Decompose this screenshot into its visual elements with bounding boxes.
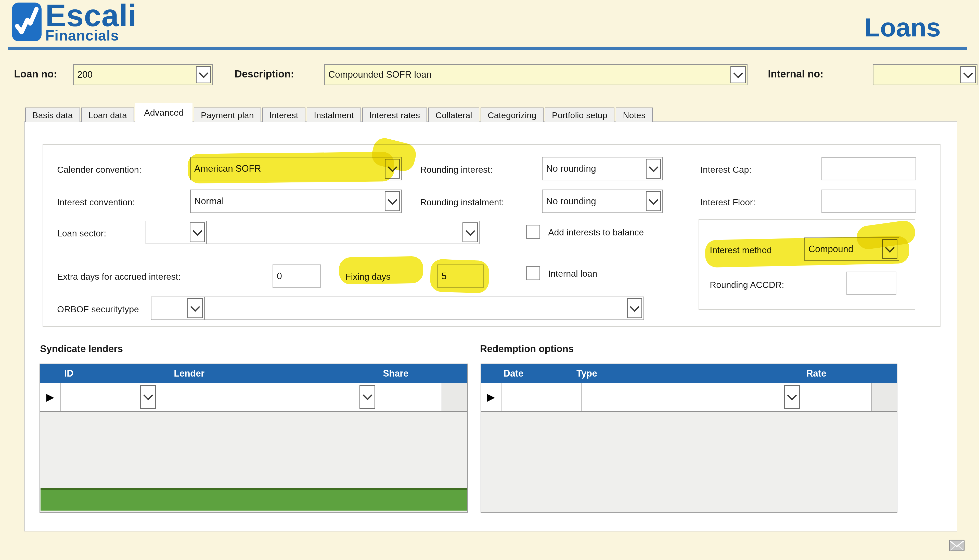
syndicate-lenders-grid: ID Lender Share ▶ [40, 363, 468, 513]
orbof-code-dropdown-button[interactable] [187, 298, 203, 318]
chevron-down-icon [787, 390, 797, 400]
row-selector-cell[interactable]: ▶ [481, 383, 501, 411]
interest-method-combobox[interactable]: Compound [804, 237, 899, 261]
loan-sector-code-dropdown-button[interactable] [190, 222, 205, 242]
grid-row[interactable]: ▶ [481, 383, 897, 412]
tab-basis-data[interactable]: Basis data [25, 108, 80, 122]
description-label: Description: [235, 68, 294, 80]
orbof-name-combobox[interactable] [204, 297, 644, 320]
row-selector-cell[interactable]: ▶ [40, 383, 61, 411]
calender-convention-combobox[interactable]: American SOFR [190, 157, 402, 180]
rounding-accdr-input[interactable] [847, 272, 896, 295]
mail-button[interactable] [949, 540, 965, 551]
add-interests-to-balance-label: Add interests to balance [548, 227, 644, 237]
tab-categorizing[interactable]: Categorizing [481, 108, 543, 122]
orbof-code-combobox[interactable] [151, 297, 204, 320]
tab-loan-data[interactable]: Loan data [81, 108, 134, 122]
envelope-icon [949, 540, 965, 551]
cell-rate[interactable] [800, 383, 871, 411]
cell-id[interactable] [60, 383, 140, 411]
tab-interest[interactable]: Interest [262, 108, 306, 122]
internal-no-combobox[interactable] [873, 64, 977, 85]
interest-convention-label: Interest convention: [57, 197, 135, 207]
loan-sector-name-dropdown-button[interactable] [463, 222, 478, 242]
loan-sector-label: Loan sector: [57, 228, 106, 238]
rounding-accdr-label: Rounding ACCDR: [710, 280, 784, 290]
chevron-down-icon [388, 162, 397, 172]
chevron-down-icon [192, 226, 202, 236]
tab-portfolio-setup[interactable]: Portfolio setup [545, 108, 615, 122]
rounding-interest-dropdown-button[interactable] [646, 159, 661, 178]
interest-convention-dropdown-button[interactable] [385, 191, 400, 211]
loan-sector-code-combobox[interactable] [145, 221, 207, 244]
internal-loan-checkbox[interactable] [526, 266, 540, 280]
calender-convention-label: Calender convention: [57, 165, 142, 175]
interest-floor-input[interactable] [822, 190, 916, 213]
interest-cap-label: Interest Cap: [700, 165, 751, 175]
column-header-rate: Rate [806, 368, 826, 379]
rounding-instalment-combobox[interactable]: No rounding [542, 190, 663, 213]
rounding-instalment-value: No rounding [546, 196, 596, 207]
rounding-instalment-dropdown-button[interactable] [646, 191, 661, 211]
interest-floor-label: Interest Floor: [700, 197, 755, 207]
id-dropdown-button[interactable] [140, 385, 156, 409]
internal-loan-label: Internal loan [548, 268, 597, 279]
interest-method-groupbox [698, 219, 915, 310]
rounding-interest-value: No rounding [546, 163, 596, 174]
calender-convention-value: American SOFR [194, 163, 261, 174]
chevron-down-icon [190, 302, 200, 312]
cell-share[interactable] [376, 383, 441, 411]
chevron-down-icon [388, 195, 397, 205]
chevron-down-icon [648, 195, 658, 205]
loan-no-value: 200 [77, 69, 92, 80]
loan-no-dropdown-button[interactable] [196, 66, 211, 83]
description-combobox[interactable]: Compounded SOFR loan [324, 64, 747, 85]
syndicate-lenders-title: Syndicate lenders [40, 343, 123, 354]
tab-payment-plan[interactable]: Payment plan [194, 108, 261, 122]
grid-header: ID Lender Share [40, 364, 467, 383]
brand-wordmark: Escali Financials [45, 1, 137, 42]
interest-convention-combobox[interactable]: Normal [190, 190, 402, 213]
grid-row[interactable]: ▶ [40, 383, 467, 412]
interest-convention-value: Normal [194, 196, 224, 207]
orbof-name-dropdown-button[interactable] [627, 298, 642, 318]
chevron-down-icon [648, 162, 658, 172]
column-header-lender: Lender [174, 368, 204, 379]
rounding-interest-combobox[interactable]: No rounding [542, 157, 663, 180]
redemption-options-title: Redemption options [480, 343, 574, 354]
escali-logo-icon [12, 3, 42, 41]
tab-notes[interactable]: Notes [616, 108, 653, 122]
tab-collateral[interactable]: Collateral [428, 108, 479, 122]
interest-cap-input[interactable] [822, 157, 916, 180]
grid-header: Date Type Rate [481, 364, 897, 383]
redemption-options-grid: Date Type Rate ▶ [481, 363, 897, 513]
extra-days-input[interactable]: 0 [272, 265, 321, 288]
chevron-down-icon [733, 68, 743, 78]
cell-type[interactable] [581, 383, 784, 411]
chevron-down-icon [143, 390, 153, 400]
calender-convention-dropdown-button[interactable] [385, 159, 400, 178]
chevron-down-icon [630, 302, 640, 312]
header-divider [8, 47, 967, 50]
internal-no-label: Internal no: [768, 68, 824, 80]
internal-no-dropdown-button[interactable] [961, 66, 976, 83]
loan-sector-name-combobox[interactable] [207, 221, 479, 244]
fixing-days-input[interactable]: 5 [437, 265, 484, 288]
tab-instalment[interactable]: Instalment [307, 108, 361, 122]
interest-method-label: Interest method [710, 245, 772, 255]
lender-dropdown-button[interactable] [359, 385, 375, 409]
cell-date[interactable] [501, 383, 581, 411]
tab-strip: Basis data Loan data Advanced Payment pl… [25, 102, 653, 122]
tab-interest-rates[interactable]: Interest rates [362, 108, 427, 122]
interest-method-dropdown-button[interactable] [882, 239, 897, 259]
extra-days-label: Extra days for accrued interest: [57, 272, 180, 282]
tab-advanced[interactable]: Advanced [135, 103, 192, 122]
loan-no-combobox[interactable]: 200 [73, 64, 213, 85]
rounding-instalment-label: Rounding instalment: [420, 197, 504, 207]
add-interests-to-balance-checkbox[interactable] [526, 225, 540, 239]
cell-lender[interactable] [157, 383, 359, 411]
description-dropdown-button[interactable] [730, 66, 746, 83]
grid-footer-bar [40, 488, 467, 510]
orbof-securitytype-label: ORBOF securitytype [57, 304, 139, 314]
type-dropdown-button[interactable] [784, 385, 800, 409]
